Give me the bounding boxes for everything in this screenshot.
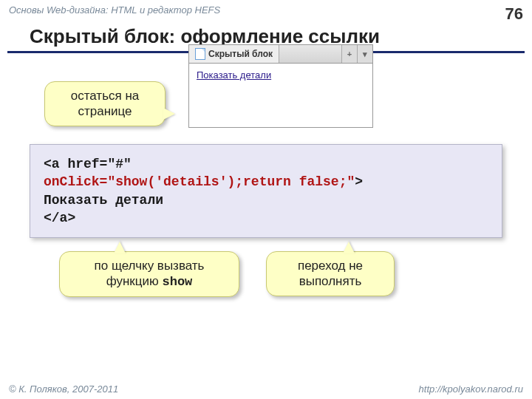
callout-tail	[114, 242, 126, 253]
code-line: </a>	[44, 209, 488, 227]
callout-tail	[343, 242, 355, 253]
callout-no-navigate: переход не выполнять	[266, 251, 395, 296]
callout-text: переход не	[298, 259, 363, 273]
document-icon	[195, 48, 205, 60]
tab-menu-button[interactable]: ▾	[357, 45, 372, 63]
header-topline: Основы Web-дизайна: HTML и редактор HEFS	[9, 4, 220, 24]
callout-text: по щелчку вызвать	[95, 259, 205, 273]
callout-text: функцию	[106, 274, 163, 288]
code-highlight: onClick="show('details');return false;"	[44, 174, 355, 189]
browser-viewport: Показать детали	[188, 64, 373, 128]
callout-text: остаться на	[71, 89, 140, 103]
browser-titlebar: Скрытый блок + ▾	[188, 44, 373, 64]
show-details-link[interactable]: Показать детали	[197, 69, 271, 81]
code-line: onClick="show('details');return false;">	[44, 173, 488, 191]
code-line: <a href="#"	[44, 155, 488, 173]
footer-copyright: © К. Поляков, 2007-2011	[9, 383, 118, 395]
code-block: <a href="#" onClick="show('details');ret…	[30, 144, 502, 238]
callout-mono: show	[163, 275, 193, 289]
code-line: Показать детали	[44, 191, 488, 209]
new-tab-button[interactable]: +	[341, 45, 357, 63]
browser-window: Скрытый блок + ▾ Показать детали	[188, 44, 373, 128]
callout-call-show: по щелчку вызвать функцию show	[59, 251, 239, 297]
callout-tail	[163, 108, 175, 120]
callout-text: странице	[78, 104, 132, 118]
footer-url: http://kpolyakov.narod.ru	[419, 383, 523, 395]
page-number: 76	[505, 4, 523, 24]
tab-title: Скрытый блок	[208, 49, 273, 59]
callout-text: выполнять	[299, 274, 362, 288]
callout-stay-on-page: остаться на странице	[44, 81, 166, 126]
browser-tab[interactable]: Скрытый блок	[189, 45, 279, 63]
